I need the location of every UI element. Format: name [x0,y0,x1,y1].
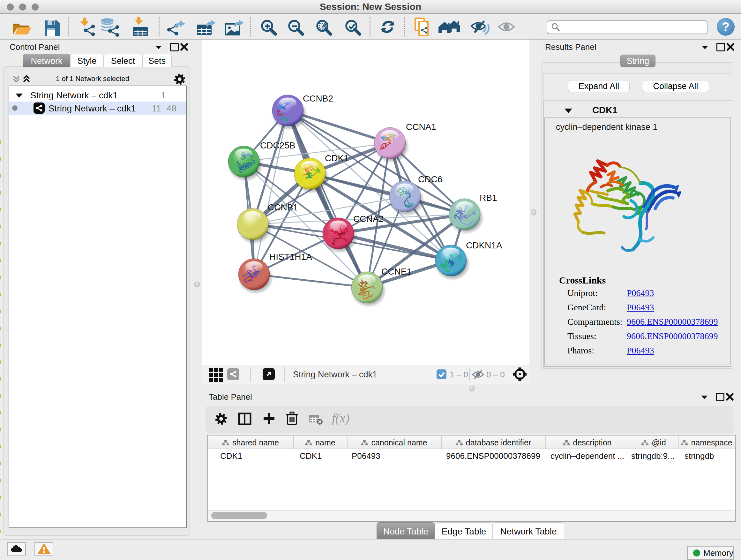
svg-text:RB1: RB1 [480,193,497,203]
svg-text:CCNA2: CCNA2 [353,214,384,224]
svg-text:HIST1H1A: HIST1H1A [269,252,312,262]
svg-text:CCNB2: CCNB2 [303,94,333,104]
svg-text:CCNB1: CCNB1 [268,202,298,212]
svg-text:CDK1: CDK1 [325,153,349,163]
svg-text:CCNA1: CCNA1 [406,122,436,132]
svg-text:CDC6: CDC6 [418,174,442,184]
svg-text:CDC25B: CDC25B [260,140,295,150]
svg-text:CDKN1A: CDKN1A [466,240,502,250]
svg-text:CCNE1: CCNE1 [381,266,412,276]
